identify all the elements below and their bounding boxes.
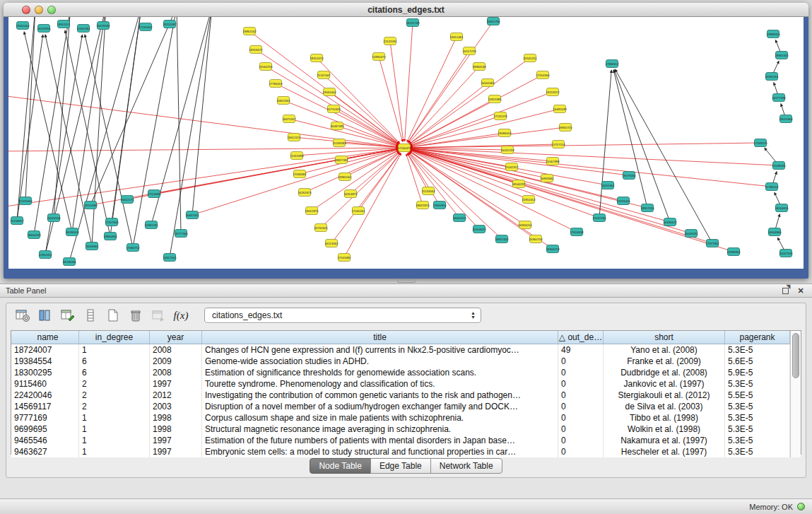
table-cell[interactable]: Corpus callosum shape and size in male p… [202, 412, 558, 424]
graph-node[interactable]: 21037240 [592, 214, 606, 222]
column-header-6[interactable]: pagerank [725, 331, 790, 344]
table-cell[interactable]: 1998 [150, 424, 202, 435]
graph-node[interactable]: 18316672 [249, 46, 263, 54]
scrollbar-thumb[interactable] [792, 333, 799, 378]
graph-node[interactable]: 21247447 [317, 71, 331, 79]
graph-node[interactable]: 15134563 [421, 187, 435, 195]
graph-node[interactable]: 19086053 [498, 129, 512, 137]
table-cell[interactable]: 2 [79, 378, 150, 390]
column-chooser-button[interactable] [36, 306, 54, 325]
graph-node[interactable]: 19965561 [338, 173, 352, 181]
window-titlebar[interactable]: citations_edges.txt [4, 3, 808, 17]
graph-node[interactable]: 19565404 [322, 88, 336, 96]
graph-node[interactable]: 16934210 [518, 221, 532, 229]
close-panel-button[interactable]: ✕ [795, 286, 806, 296]
table-cell[interactable]: 0 [558, 378, 604, 390]
table-cell[interactable]: 5.3E-5 [725, 446, 790, 457]
graph-node[interactable]: 17784203 [269, 80, 283, 88]
delete-table-button[interactable] [126, 306, 145, 325]
graph-node[interactable]: 18463370 [452, 214, 466, 222]
table-cell[interactable]: 1997 [150, 435, 202, 446]
graph-node[interactable]: 20678182 [96, 22, 110, 30]
graph-node[interactable]: 18204055 [775, 204, 789, 212]
table-row[interactable]: 1830029562008Estimation of significance … [11, 367, 790, 378]
graph-node[interactable]: 18301151 [57, 21, 71, 28]
graph-node[interactable]: 21042317 [505, 163, 519, 171]
graph-node[interactable]: 16336672 [663, 218, 677, 226]
table-row[interactable]: 1872400712008Changes of HCN gene express… [11, 344, 790, 356]
table-cell[interactable]: Jankovic et al. (1997) [604, 378, 725, 390]
table-cell[interactable]: 5.3E-5 [725, 412, 790, 424]
graph-node[interactable]: 20007505 [779, 250, 793, 257]
graph-node[interactable]: 18777560 [174, 230, 188, 238]
graph-node[interactable]: 15950312 [522, 196, 536, 204]
graph-node[interactable]: 17094082 [293, 170, 307, 178]
graph-node[interactable]: 20049291 [684, 230, 698, 238]
table-cell[interactable]: Wolkin et al. (1998) [604, 424, 725, 435]
table-cell[interactable]: 1 [79, 424, 150, 435]
graph-node[interactable]: 17616638 [570, 228, 584, 236]
table-cell[interactable]: 9115460 [11, 378, 79, 390]
table-cell[interactable]: 5.3E-5 [725, 401, 790, 412]
table-cell[interactable]: 14569117 [11, 401, 79, 412]
table-cell[interactable]: 2 [79, 401, 150, 412]
table-cell[interactable]: 2012 [150, 390, 202, 401]
table-scrollbar[interactable] [790, 331, 801, 457]
graph-node[interactable]: 15249583 [332, 139, 346, 147]
column-header-1[interactable]: in_degree [79, 331, 150, 344]
float-panel-button[interactable] [779, 286, 791, 296]
table-cell[interactable]: Nakamura et al. (1997) [604, 435, 725, 446]
graph-node[interactable]: 15890473 [372, 53, 386, 61]
table-row[interactable]: 946554611997Estimation of the future num… [11, 435, 790, 446]
table-cell[interactable]: Dudbridge et al. (2008) [604, 367, 725, 378]
graph-node[interactable]: 18827392 [334, 156, 348, 164]
table-cell[interactable]: 18300295 [11, 367, 79, 378]
table-cell[interactable]: 22420046 [11, 390, 79, 401]
graph-node[interactable]: 17554300 [536, 71, 550, 79]
graph-node[interactable]: 19515964 [779, 115, 793, 123]
graph-node[interactable]: 21376300 [18, 197, 33, 205]
row-options-button[interactable] [81, 306, 100, 325]
network-canvas[interactable]: 1724047919861542183166722206470617784203… [8, 17, 804, 269]
graph-node[interactable]: 16644866 [767, 228, 782, 236]
graph-node[interactable]: 17240402 [139, 23, 153, 31]
table-cell[interactable]: 5.3E-5 [725, 435, 790, 446]
table-row[interactable]: 1456911722003Disruption of a novel membe… [11, 401, 790, 412]
graph-node[interactable]: 16213062 [324, 240, 339, 247]
table-cell[interactable]: 2 [79, 390, 150, 401]
graph-node[interactable]: 16815322 [495, 235, 509, 243]
graph-node[interactable]: 16055361 [601, 182, 615, 189]
table-settings-button[interactable] [13, 306, 32, 325]
zoom-window-button[interactable] [47, 6, 56, 14]
table-cell[interactable]: Hescheler et al. (1997) [604, 446, 725, 457]
table-row[interactable]: 1938455462009Genome-wide association stu… [11, 356, 790, 367]
table-cell[interactable]: 1 [79, 412, 150, 424]
table-cell[interactable]: 0 [558, 435, 604, 446]
graph-node[interactable]: 17554990 [147, 190, 161, 198]
table-cell[interactable]: 9465546 [11, 435, 79, 446]
table-cell[interactable]: 2008 [150, 344, 202, 356]
graph-node[interactable]: 20582261 [765, 73, 779, 81]
graph-node[interactable]: 20360734 [529, 235, 543, 243]
graph-node[interactable]: 17977852 [705, 240, 719, 247]
graph-node[interactable]: 16510496 [83, 201, 98, 209]
graph-node[interactable]: 16596618 [65, 228, 79, 236]
network-graph[interactable]: 1724047919861542183166722206470617784203… [8, 17, 804, 269]
table-cell[interactable]: Investigating the contribution of common… [202, 390, 558, 401]
graph-node[interactable]: 18236066 [62, 258, 76, 266]
table-cell[interactable]: Yano et al. (2008) [604, 344, 725, 356]
graph-node[interactable]: 22064706 [259, 63, 273, 71]
graph-node[interactable]: 17339270 [753, 139, 767, 147]
graph-node[interactable]: 15786512 [765, 183, 779, 191]
graph-node[interactable]: 15888310 [766, 30, 780, 38]
graph-node[interactable]: 17240161 [351, 207, 365, 215]
table-cell[interactable]: 5.9E-5 [725, 367, 790, 378]
graph-node[interactable]: 21198290 [772, 162, 786, 170]
table-cell[interactable]: 5.6E-5 [725, 356, 790, 367]
table-cell[interactable]: Changes of HCN gene expression and I(f) … [202, 344, 558, 356]
table-cell[interactable]: 1 [79, 446, 150, 457]
divider-grip[interactable] [397, 280, 416, 283]
graph-node[interactable]: 16485039 [553, 105, 567, 113]
graph-node[interactable]: 19079260 [622, 172, 636, 180]
table-cell[interactable]: 0 [558, 356, 604, 367]
